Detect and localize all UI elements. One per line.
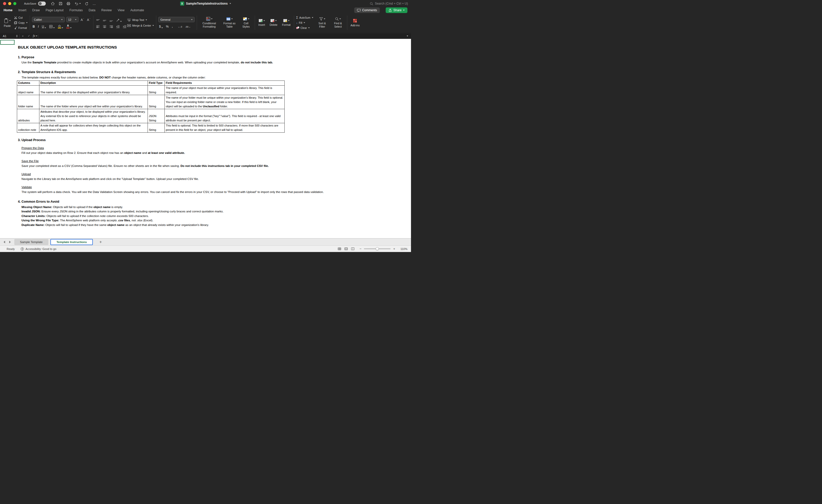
format-painter-button[interactable]: Format <box>14 26 28 30</box>
name-box[interactable]: A1 <box>0 33 19 39</box>
tab-review[interactable]: Review <box>101 8 112 12</box>
spreadsheet-canvas[interactable]: BULK OBJECT UPLOAD TEMPLATE INSTRUCTIONS… <box>0 39 411 238</box>
insert-function-button[interactable]: fx <box>32 34 38 38</box>
share-button[interactable]: Share <box>386 7 407 13</box>
document-title-menu[interactable]: X SampleTemplateInstructions <box>180 2 231 6</box>
cancel-entry-button[interactable]: × <box>20 35 26 38</box>
insert-cells-button[interactable]: Insert <box>257 18 266 27</box>
align-left-button[interactable] <box>95 24 100 28</box>
redo-button[interactable] <box>85 2 88 5</box>
comma-style-button[interactable]: , <box>171 24 173 28</box>
addins-button[interactable]: Add-ins <box>349 18 361 27</box>
decrease-decimal-button[interactable]: .00→ <box>184 24 191 28</box>
tab-draw[interactable]: Draw <box>32 8 40 12</box>
tab-automate[interactable]: Automate <box>130 8 144 12</box>
tab-view[interactable]: View <box>118 8 124 12</box>
align-center-button[interactable] <box>102 24 107 28</box>
fill-color-button[interactable] <box>57 24 64 28</box>
save-button[interactable] <box>59 2 62 5</box>
addins-label: Add-ins <box>351 24 360 27</box>
page-layout-view-button[interactable] <box>345 247 348 250</box>
letter-a-icon: A <box>67 24 69 27</box>
format-cells-button[interactable]: Format <box>281 18 292 27</box>
align-top-icon <box>96 19 100 22</box>
cell-description: The name of the object to be displayed w… <box>39 86 148 95</box>
number-format-select[interactable]: General <box>158 17 194 22</box>
borders-button[interactable] <box>48 24 55 28</box>
autosave-toggle[interactable] <box>38 2 46 6</box>
expand-formula-bar-button[interactable] <box>404 36 411 37</box>
increase-indent-button[interactable] <box>122 24 127 28</box>
align-bottom-button[interactable] <box>109 17 114 22</box>
align-right-button[interactable] <box>109 24 114 28</box>
share-icon <box>389 9 392 12</box>
name-box-stepper[interactable] <box>16 35 18 37</box>
increase-font-size-button[interactable]: Aˆ <box>80 17 85 22</box>
sheet-content: BULK OBJECT UPLOAD TEMPLATE INSTRUCTIONS… <box>0 39 411 227</box>
fullscreen-window-button[interactable] <box>13 2 16 5</box>
sort-filter-button[interactable]: Sort & Filter <box>315 17 329 29</box>
merge-center-icon <box>127 24 131 27</box>
zoom-out-button[interactable]: − <box>360 247 362 250</box>
merge-center-button[interactable]: Merge & Center <box>127 24 154 28</box>
normal-view-button[interactable] <box>338 247 341 250</box>
accessibility-status[interactable]: Accessibility: Good to go <box>20 247 56 251</box>
clear-button[interactable]: Clear <box>296 26 313 30</box>
print-button[interactable] <box>66 2 70 5</box>
minimize-window-button[interactable] <box>8 2 11 5</box>
next-sheet-button[interactable] <box>9 241 11 243</box>
print-icon <box>66 2 70 5</box>
zoom-slider[interactable] <box>364 248 391 249</box>
find-select-button[interactable]: Find & Select <box>331 17 345 29</box>
bold-button[interactable]: B <box>32 24 36 28</box>
tab-formulas[interactable]: Formulas <box>69 8 83 12</box>
formula-input[interactable] <box>38 33 404 39</box>
format-as-table-button[interactable]: Format as Table <box>222 17 237 29</box>
zoom-slider-knob[interactable] <box>376 247 379 250</box>
italic-button[interactable]: I <box>37 24 39 28</box>
add-sheet-button[interactable]: + <box>97 239 103 245</box>
delete-cells-button[interactable]: Delete <box>268 18 279 27</box>
tab-page-layout[interactable]: Page Layout <box>45 8 63 12</box>
conditional-formatting-button[interactable]: Conditional Formatting <box>199 16 220 29</box>
document-title: SampleTemplateInstructions <box>186 2 228 5</box>
font-color-button[interactable]: A <box>65 24 72 28</box>
sheet-tab-template-instructions[interactable]: Template Instructions <box>50 239 93 245</box>
tab-data[interactable]: Data <box>88 8 95 12</box>
increase-decimal-button[interactable]: ←.0 <box>177 24 183 28</box>
cell-reference: A1 <box>3 35 6 38</box>
percent-style-button[interactable]: % <box>165 24 169 28</box>
home-quick-button[interactable] <box>51 2 55 5</box>
autosum-button[interactable]: Σ AutoSum <box>296 16 313 20</box>
cut-button[interactable]: Cut <box>14 16 28 20</box>
align-top-button[interactable] <box>95 17 100 22</box>
copy-button[interactable]: Copy <box>14 21 28 25</box>
font-size-select[interactable]: 12 <box>66 17 78 22</box>
col-header-field-requirements: Field Requirements <box>165 81 285 86</box>
wrap-text-button[interactable]: Wrap Text <box>127 18 147 22</box>
paste-button[interactable]: Paste <box>3 18 12 28</box>
previous-sheet-button[interactable] <box>4 241 5 243</box>
search-field[interactable]: Search (Cmd + Ctrl + U) <box>370 2 408 5</box>
page-break-view-button[interactable] <box>351 247 355 250</box>
confirm-entry-button[interactable]: ✓ <box>26 34 32 38</box>
comments-button[interactable]: Comments <box>354 7 380 13</box>
sheet-tab-sample-template[interactable]: Sample Template <box>14 239 48 245</box>
tab-insert[interactable]: Insert <box>18 8 26 12</box>
cell-styles-button[interactable]: Cell Styles <box>240 17 253 29</box>
underline-button[interactable]: U <box>41 24 47 28</box>
accounting-format-button[interactable]: $ <box>158 24 164 28</box>
font-size-value: 12 <box>68 18 71 21</box>
fill-button[interactable]: ↓ Fill <box>296 21 313 25</box>
decrease-indent-button[interactable] <box>115 24 120 28</box>
zoom-level[interactable]: 110% <box>398 247 407 250</box>
font-name-select[interactable]: Calibri <box>32 17 65 22</box>
more-commands-button[interactable]: … <box>93 2 96 6</box>
tab-home[interactable]: Home <box>4 8 13 12</box>
close-window-button[interactable] <box>3 2 6 5</box>
undo-button[interactable] <box>74 2 81 5</box>
align-middle-button[interactable] <box>102 17 107 22</box>
decrease-font-size-button[interactable]: Aˇ <box>86 17 91 22</box>
orientation-button[interactable] <box>115 17 122 22</box>
zoom-in-button[interactable]: + <box>393 247 395 250</box>
